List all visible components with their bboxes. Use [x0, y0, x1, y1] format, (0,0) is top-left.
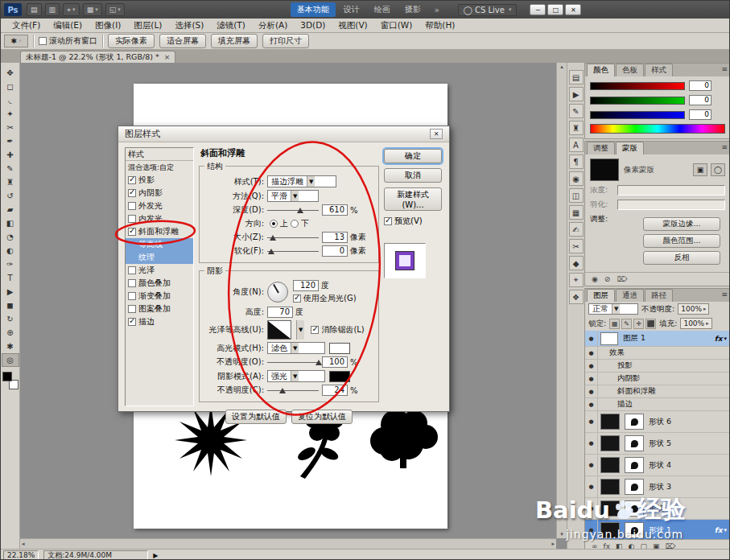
document-tab[interactable]: 未标题-1 @ 22.2% (形状 1, RGB/8) * ×: [20, 51, 175, 63]
add-pixel-mask-icon[interactable]: ▣: [693, 163, 707, 176]
panel-tab[interactable]: 路径: [645, 289, 673, 302]
menu-item[interactable]: 文件(F): [6, 20, 47, 31]
vertical-scrollbar[interactable]: ▴▾: [556, 63, 567, 538]
density-slider[interactable]: [617, 185, 725, 196]
layer-row[interactable]: ●形状 6: [585, 411, 730, 433]
angle-input[interactable]: 120: [293, 280, 319, 291]
character-panel-icon[interactable]: A: [569, 138, 584, 152]
checkbox[interactable]: [128, 189, 136, 197]
menu-item[interactable]: 分析(A): [252, 20, 294, 31]
feather-slider[interactable]: [617, 200, 725, 210]
depth-input[interactable]: 610: [322, 204, 348, 216]
type-tool[interactable]: T: [2, 271, 19, 285]
dialog-title-bar[interactable]: 图层样式 ✕: [118, 126, 449, 142]
opacity-input[interactable]: 100%▸: [678, 303, 709, 315]
highlight-opacity-slider[interactable]: [267, 356, 319, 368]
checkbox[interactable]: [128, 318, 136, 326]
menu-item[interactable]: 滤镜(T): [210, 20, 252, 31]
checkbox[interactable]: [128, 292, 136, 300]
menu-item[interactable]: 3D(D): [294, 20, 332, 31]
brush-tool[interactable]: ✎: [2, 162, 19, 175]
panel-tab[interactable]: 颜色: [587, 64, 615, 76]
zoom-level-box[interactable]: 22.18%: [3, 550, 39, 560]
panel-tab[interactable]: 图层: [587, 289, 615, 302]
checkbox[interactable]: [128, 176, 136, 184]
channel-value-input[interactable]: 0: [689, 109, 711, 120]
blur-tool[interactable]: ◔: [2, 230, 19, 244]
checkbox[interactable]: [128, 266, 136, 274]
checkbox[interactable]: [128, 228, 136, 236]
horizontal-scrollbar[interactable]: ◂▸: [20, 538, 556, 549]
panel-menu-icon[interactable]: ≡: [721, 143, 728, 151]
set-default-button[interactable]: 设置为默认值: [225, 410, 287, 424]
scroll-down-icon[interactable]: ▾: [560, 531, 563, 537]
size-slider[interactable]: [267, 232, 319, 243]
foreground-color-swatch[interactable]: [2, 372, 12, 381]
style-list-item[interactable]: 渐变叠加: [126, 290, 193, 303]
menu-item[interactable]: 帮助(H): [419, 20, 461, 31]
history-brush-tool[interactable]: ↺: [2, 189, 19, 203]
ok-button[interactable]: 确定: [384, 149, 442, 163]
lock-all-icon[interactable]: ⬛: [645, 319, 656, 329]
color-spectrum-ramp[interactable]: [590, 124, 725, 134]
scroll-left-icon[interactable]: ◂: [22, 541, 25, 547]
pen-tool[interactable]: ✑: [2, 257, 19, 271]
arrange-documents-icon[interactable]: ▦▾: [83, 3, 102, 16]
marquee-tool[interactable]: ◻: [2, 80, 19, 93]
layer-row[interactable]: ●图层 1fx▾: [585, 331, 730, 347]
panel-tab[interactable]: 色板: [616, 64, 644, 76]
scroll-right-icon[interactable]: ▸: [551, 541, 555, 547]
gradient-tool[interactable]: ◧: [2, 216, 19, 230]
global-light-checkbox[interactable]: [293, 294, 301, 303]
mask-enable-icon[interactable]: ◉: [592, 275, 598, 283]
checkbox[interactable]: [128, 279, 136, 287]
style-list-item[interactable]: 外发光: [126, 200, 193, 212]
panel-tab[interactable]: 调整: [587, 142, 615, 154]
histogram-panel-icon[interactable]: ▦: [569, 205, 584, 220]
mask-delete-icon[interactable]: ⌦: [617, 275, 627, 283]
lock-pixels-icon[interactable]: ✎: [621, 319, 632, 329]
minimize-button[interactable]: ─: [530, 4, 546, 15]
eraser-tool[interactable]: ▰: [2, 203, 19, 216]
style-list-item[interactable]: 描边: [126, 315, 193, 328]
masks-panel-button[interactable]: 蒙版边缘...: [643, 217, 720, 231]
styles-list-header[interactable]: 样式: [126, 148, 193, 161]
menu-item[interactable]: 图层(L): [127, 20, 168, 31]
mask-disable-icon[interactable]: ⊘: [604, 275, 611, 283]
eyedropper-tool[interactable]: ✒: [2, 134, 19, 148]
visibility-eye-icon[interactable]: ●: [585, 520, 598, 539]
healing-brush-tool[interactable]: ✚: [2, 148, 19, 162]
cs-live-button[interactable]: ◯ CS Live ▾: [458, 4, 518, 16]
masks-panel-button[interactable]: 反相: [643, 251, 720, 265]
layer-row[interactable]: ●内阴影: [585, 373, 730, 385]
soften-input[interactable]: 0: [322, 245, 348, 257]
move-tool[interactable]: ✥: [2, 66, 19, 80]
technique-dropdown[interactable]: 平滑▼: [267, 190, 319, 202]
visibility-eye-icon[interactable]: ●: [585, 373, 598, 385]
visibility-eye-icon[interactable]: ●: [585, 498, 598, 519]
3d-rotate-tool[interactable]: ↻: [2, 312, 19, 326]
quick-selection-tool[interactable]: ✦: [2, 107, 19, 121]
scroll-up-icon[interactable]: ▴: [560, 64, 563, 70]
zoom-tool[interactable]: ◎: [2, 353, 19, 367]
blending-options-item[interactable]: 混合选项:自定: [126, 161, 193, 174]
layer-row[interactable]: ●形状 5: [585, 433, 730, 455]
reset-default-button[interactable]: 复位为默认值: [291, 410, 353, 424]
info-panel-icon[interactable]: ◉: [569, 171, 584, 186]
menu-item[interactable]: 图像(I): [89, 20, 127, 31]
highlight-mode-dropdown[interactable]: 滤色▼: [267, 342, 325, 354]
layer-comps-panel-icon[interactable]: ◆: [569, 256, 584, 270]
chevron-down-icon[interactable]: ▼: [296, 320, 304, 340]
options-button[interactable]: 适合屏幕: [159, 34, 206, 48]
style-list-item[interactable]: 等高线: [126, 238, 193, 251]
shadow-mode-dropdown[interactable]: 强光▼: [267, 370, 325, 382]
3d-panel-icon[interactable]: ❖: [569, 290, 584, 304]
menu-item[interactable]: 选择(S): [168, 20, 210, 31]
checkbox[interactable]: [128, 305, 136, 313]
visibility-eye-icon[interactable]: ●: [585, 398, 598, 410]
style-list-item[interactable]: 纹理: [126, 251, 193, 264]
visibility-eye-icon[interactable]: ●: [585, 433, 598, 454]
dialog-close-icon[interactable]: ✕: [430, 129, 443, 139]
direction-down-radio[interactable]: [291, 220, 299, 228]
checkbox[interactable]: [39, 37, 47, 45]
